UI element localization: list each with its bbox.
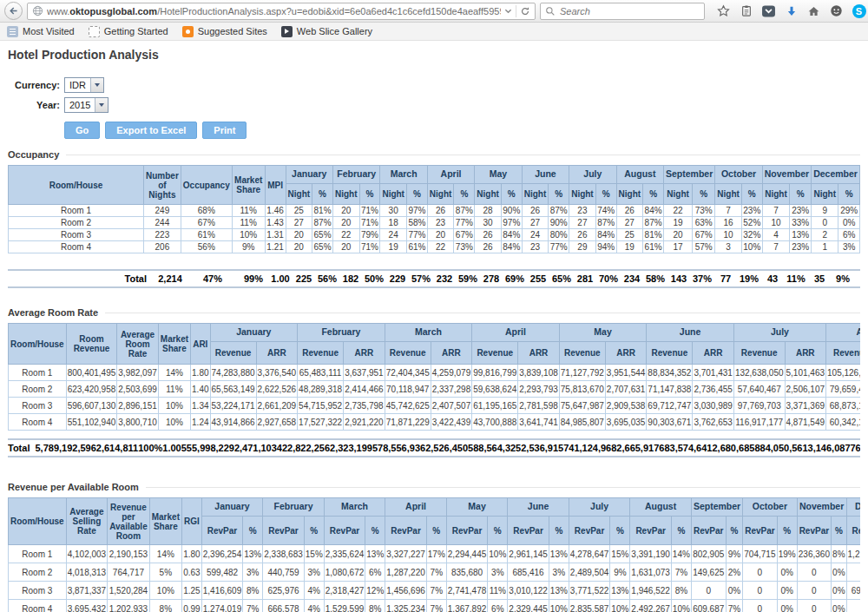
bookmark-getting-started[interactable]: Getting Started (89, 26, 168, 37)
year-select[interactable]: 2015 (64, 97, 108, 113)
cell: 69,712,747 (647, 398, 693, 414)
column-header: May (446, 498, 508, 517)
cell: 3% (838, 241, 860, 253)
cell: 59,638,624 (472, 381, 518, 398)
cell: 3,391,190 (630, 545, 672, 563)
bookmark-star-icon[interactable] (716, 3, 731, 18)
cell: 67% (181, 217, 232, 229)
column-header: March (380, 166, 427, 184)
url-bar[interactable]: www.oktopusglobal.com/HotelProductionAna… (27, 3, 536, 20)
search-input[interactable] (560, 6, 681, 16)
go-button[interactable]: Go (64, 122, 100, 139)
cell: 596,607,130 (66, 398, 117, 414)
search-icon (545, 6, 556, 16)
cell: 1,202,933 (108, 600, 150, 612)
bookmarks-menu-icon[interactable] (739, 3, 753, 18)
arr-table-wrap: Room/HouseRoom RevenueAverage Room RateM… (8, 323, 860, 431)
export-to-excel-button[interactable]: Export to Excel (105, 122, 197, 139)
cell: 13% (610, 582, 630, 600)
bookmark-web-slice-gallery[interactable]: Web Slice Gallery (281, 26, 372, 37)
cell: 61% (181, 229, 232, 241)
cell: 23% (741, 205, 762, 217)
arr-total-row: Total5,789,192,5962,614,811100%1.00555,9… (8, 442, 860, 454)
cell: Room 1 (9, 365, 67, 381)
column-header: % (426, 517, 446, 545)
bookmark-most-visited[interactable]: Most Visited (7, 26, 75, 37)
cell: 81% (312, 205, 333, 217)
skype-icon[interactable]: S (852, 3, 866, 18)
cell: 57,640,467 (733, 381, 785, 398)
cell: 0.63 (181, 563, 201, 582)
cell: 206 (144, 241, 181, 253)
cell: 1.24 (191, 414, 210, 431)
back-button[interactable] (4, 2, 23, 20)
bookmark-suggested-sites[interactable]: Suggested Sites (182, 26, 267, 37)
chat-icon[interactable] (829, 3, 844, 18)
column-header: Night (380, 184, 407, 205)
home-icon[interactable] (806, 3, 821, 18)
column-header: April (385, 498, 447, 517)
column-header: February (263, 498, 325, 517)
column-header: Market Share (149, 498, 181, 545)
cell: 2,736,455 (693, 381, 734, 398)
reload-icon[interactable] (520, 6, 530, 16)
cell: 29% (838, 205, 860, 217)
cell: 1.31 (265, 229, 286, 241)
column-header: % (726, 517, 743, 545)
column-header: December (812, 166, 860, 184)
cell: 87% (643, 217, 664, 229)
cell: 1,214,909 (846, 545, 860, 563)
cell: 67% (454, 229, 475, 241)
pocket-icon[interactable] (761, 3, 776, 18)
cell: 623,420,958 (66, 381, 117, 398)
column-header: Night (522, 184, 549, 205)
column-header: % (243, 517, 263, 545)
cell: 9% (832, 273, 853, 285)
column-header: Night (427, 184, 454, 205)
column-header: RevPar (569, 517, 610, 545)
cell: 73% (693, 205, 715, 217)
cell: 65,563,149 (210, 381, 256, 398)
cell: 71% (359, 217, 380, 229)
cell: 23 (427, 217, 454, 229)
cell: 43,914,866 (210, 414, 256, 431)
cell: 3% (243, 563, 263, 582)
cell: 27 (286, 217, 312, 229)
cell: 4,018,313 (66, 563, 108, 582)
column-header: RevPar (743, 517, 777, 545)
cell: 1,631,073 (630, 563, 672, 582)
cell: 13% (243, 545, 263, 563)
cell: 2% (726, 563, 743, 582)
column-header: May (475, 166, 522, 184)
cell: 7% (671, 563, 691, 582)
urlbar-dropdown-icon[interactable] (504, 7, 512, 15)
print-button[interactable]: Print (202, 122, 247, 139)
cell: 3% (549, 563, 569, 582)
search-bar[interactable] (540, 3, 705, 20)
cell: 9% (610, 563, 630, 582)
cell: Room 4 (9, 600, 67, 612)
column-header: May (559, 324, 647, 342)
cell: 3 (715, 241, 742, 253)
cell: 1,456,696 (385, 582, 427, 600)
cell: 2,414,466 (344, 381, 385, 398)
cell: 22 (332, 229, 359, 241)
cell: Room 3 (9, 229, 144, 241)
column-header: Night (616, 184, 643, 205)
cell: Room 4 (9, 241, 144, 253)
currency-select[interactable]: IDR (64, 77, 104, 93)
cell: 7% (426, 600, 446, 612)
cell: 26 (569, 229, 596, 241)
cell: 53,224,171 (210, 398, 256, 414)
cell: 764,717 (108, 563, 150, 582)
cell: 25 (616, 229, 643, 241)
cell: 3% (304, 563, 324, 582)
download-icon[interactable] (784, 3, 799, 18)
cell: 74,283,880 (210, 365, 256, 381)
cell: 0 (812, 217, 838, 229)
cell: 768,436,692 (851, 442, 861, 454)
cell: 3,371,369 (785, 398, 826, 414)
occupancy-table: Room/HouseNumber of NightsOccupancyMarke… (8, 165, 860, 253)
cell: 87% (595, 217, 616, 229)
column-header: August (616, 166, 663, 184)
